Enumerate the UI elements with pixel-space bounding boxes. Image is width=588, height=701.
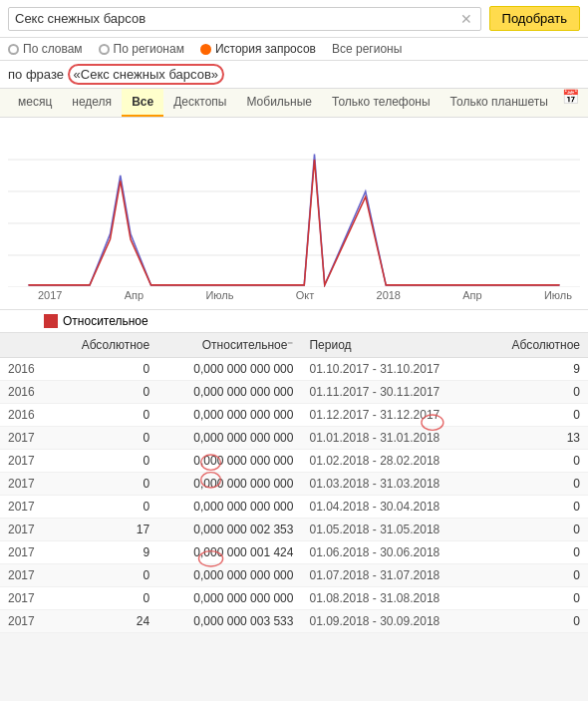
- cell-absolute: 9: [53, 541, 157, 564]
- period-tab-phones[interactable]: Только телефоны: [322, 89, 441, 117]
- table-row: 2017 0 0,000 000 000 000 01.02.2018 - 28…: [0, 450, 588, 473]
- cell-absolute: 0: [53, 564, 157, 587]
- tab-by-words[interactable]: По словам: [8, 42, 83, 56]
- cell-absolute: 17: [53, 519, 157, 541]
- cell-period: 01.11.2017 - 30.11.2017: [301, 381, 482, 404]
- cell-year: 2016: [0, 404, 53, 427]
- x-label-2018: 2018: [377, 289, 401, 301]
- period-tabs: месяц неделя Все Десктопы Мобильные Толь…: [0, 89, 588, 118]
- period-tab-week[interactable]: неделя: [62, 89, 122, 117]
- cell-period: 01.10.2017 - 31.10.2017: [301, 358, 482, 381]
- x-label-jul2: Июль: [544, 289, 572, 301]
- cell-absolute: 0: [53, 496, 157, 519]
- cell-abs2: 0: [483, 541, 588, 564]
- cell-year: 2016: [0, 381, 53, 404]
- cell-relative: 0,000 000 002 353: [157, 519, 301, 541]
- cell-year: 2017: [0, 519, 53, 541]
- table-row: 2017 0 0,000 000 000 000 01.07.2018 - 31…: [0, 564, 588, 587]
- chart-container: [8, 128, 580, 287]
- table-row: 2016 0 0,000 000 000 000 01.12.2017 - 31…: [0, 404, 588, 427]
- table-body: 2016 0 0,000 000 000 000 01.10.2017 - 31…: [0, 358, 588, 633]
- clear-button[interactable]: ✕: [458, 11, 474, 27]
- top-bar: ✕ Подобрать: [0, 0, 588, 38]
- cell-relative: 0,000 000 000 000: [157, 381, 301, 404]
- table-row: 2017 0 0,000 000 000 000 01.01.2018 - 31…: [0, 427, 588, 450]
- search-input-wrap: ✕: [8, 7, 481, 31]
- cell-abs2: 0: [483, 610, 588, 633]
- cell-period: 01.07.2018 - 31.07.2018: [301, 564, 482, 587]
- cell-abs2: 0: [483, 473, 588, 496]
- tab-by-words-label: По словам: [23, 42, 83, 56]
- col-header-absolute2: Абсолютное: [483, 333, 588, 358]
- cell-year: 2017: [0, 450, 53, 473]
- period-tab-desktop[interactable]: Десктопы: [163, 89, 236, 117]
- x-label-apr2: Апр: [462, 289, 481, 301]
- cell-year: 2017: [0, 610, 53, 633]
- phrase-highlight: «Секс снежных барсов»: [68, 64, 225, 85]
- cell-year: 2017: [0, 496, 53, 519]
- legend-row: Относительное: [0, 310, 588, 333]
- period-tab-all[interactable]: Все: [122, 89, 163, 117]
- data-table: Абсолютное Относительное⁻ Период Абсолют…: [0, 333, 588, 633]
- table-row: 2017 0 0,000 000 000 000 01.04.2018 - 30…: [0, 496, 588, 519]
- cell-year: 2017: [0, 473, 53, 496]
- cell-relative: 0,000 000 001 424: [157, 541, 301, 564]
- cell-period: 01.04.2018 - 30.04.2018: [301, 496, 482, 519]
- cell-absolute: 0: [53, 427, 157, 450]
- col-header-relative: Относительное⁻: [157, 333, 301, 358]
- tab-all-regions[interactable]: Все регионы: [332, 42, 402, 56]
- search-button[interactable]: Подобрать: [489, 6, 580, 31]
- search-input[interactable]: [15, 11, 458, 26]
- calendar-icon[interactable]: 📅: [562, 89, 579, 117]
- cell-relative: 0,000 000 000 000: [157, 404, 301, 427]
- cell-period: 01.03.2018 - 31.03.2018: [301, 473, 482, 496]
- cell-relative: 0,000 000 000 000: [157, 564, 301, 587]
- col-header-period: Период: [301, 333, 482, 358]
- period-tab-month[interactable]: месяц: [8, 89, 62, 117]
- cell-abs2: 13: [483, 427, 588, 450]
- x-label-2017: 2017: [38, 289, 62, 301]
- table-row: 2017 0 0,000 000 000 000 01.08.2018 - 31…: [0, 587, 588, 610]
- tab-history-label: История запросов: [215, 42, 316, 56]
- cell-abs2: 0: [483, 404, 588, 427]
- col-header-relative-text: Относительное⁻: [202, 338, 294, 352]
- cell-absolute: 0: [53, 358, 157, 381]
- table-row: 2016 0 0,000 000 000 000 01.10.2017 - 31…: [0, 358, 588, 381]
- period-tab-tablets[interactable]: Только планшеты: [441, 89, 558, 117]
- cell-year: 2017: [0, 427, 53, 450]
- chart-svg: [8, 128, 580, 287]
- cell-absolute: 0: [53, 473, 157, 496]
- cell-relative: 0,000 000 003 533: [157, 610, 301, 633]
- cell-period: 01.06.2018 - 30.06.2018: [301, 541, 482, 564]
- radio-history: [200, 44, 211, 55]
- cell-absolute: 0: [53, 450, 157, 473]
- cell-period: 01.01.2018 - 31.01.2018: [301, 427, 482, 450]
- cell-absolute: 24: [53, 610, 157, 633]
- period-tab-mobile[interactable]: Мобильные: [236, 89, 322, 117]
- tab-by-regions[interactable]: По регионам: [99, 42, 184, 56]
- cell-abs2: 0: [483, 519, 588, 541]
- x-label-apr1: Апр: [125, 289, 144, 301]
- cell-abs2: 0: [483, 564, 588, 587]
- cell-relative: 0,000 000 000 000: [157, 587, 301, 610]
- table-row: 2017 17 0,000 000 002 353 01.05.2018 - 3…: [0, 519, 588, 541]
- relative-legend-label: Относительное: [63, 314, 148, 328]
- relative-line: [29, 160, 560, 285]
- cell-relative: 0,000 000 000 000: [157, 473, 301, 496]
- cell-absolute: 0: [53, 381, 157, 404]
- cell-year: 2017: [0, 564, 53, 587]
- cell-relative: 0,000 000 000 000: [157, 450, 301, 473]
- table-row: 2016 0 0,000 000 000 000 01.11.2017 - 30…: [0, 381, 588, 404]
- cell-absolute: 0: [53, 404, 157, 427]
- cell-abs2: 0: [483, 381, 588, 404]
- cell-period: 01.12.2017 - 31.12.2017: [301, 404, 482, 427]
- cell-abs2: 0: [483, 587, 588, 610]
- tab-history[interactable]: История запросов: [200, 42, 316, 56]
- cell-period: 01.02.2018 - 28.02.2018: [301, 450, 482, 473]
- absolute-line: [29, 155, 560, 285]
- cell-abs2: 0: [483, 450, 588, 473]
- x-axis-labels: 2017 Апр Июль Окт 2018 Апр Июль: [8, 287, 580, 301]
- chart-area: 2017 Апр Июль Окт 2018 Апр Июль: [0, 118, 588, 310]
- relative-legend-box: [44, 314, 58, 328]
- cell-year: 2016: [0, 358, 53, 381]
